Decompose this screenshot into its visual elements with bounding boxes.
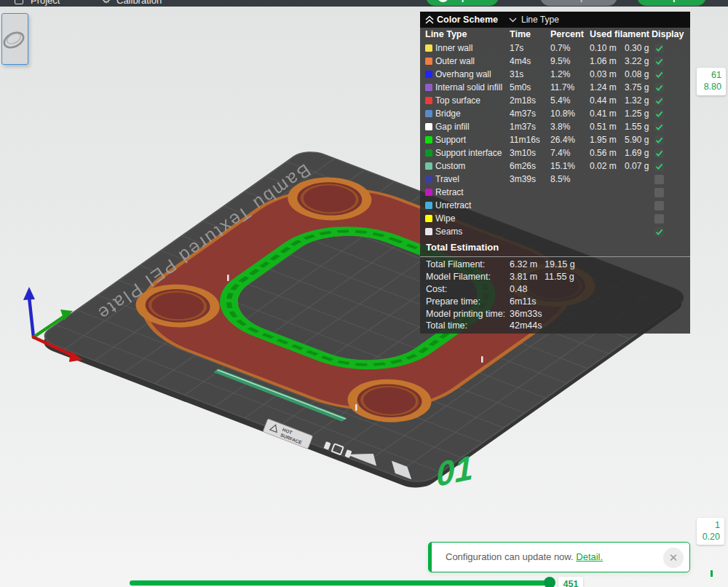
line-type-row: Unretract: [420, 200, 690, 213]
display-checkbox[interactable]: [654, 96, 664, 106]
check-icon: [655, 71, 663, 79]
layer-slider-bottom-handle[interactable]: 1 0.20: [697, 518, 724, 545]
detail-link[interactable]: Detail.: [576, 551, 603, 562]
display-checkbox[interactable]: [654, 227, 664, 237]
line-type-used-length: 0.10 m: [590, 43, 617, 53]
menu-calibration[interactable]: Calibration: [116, 0, 162, 6]
display-checkbox[interactable]: [654, 149, 664, 158]
total-estimation-table: Total Filament:6.32 m19.15 gModel Filame…: [420, 259, 690, 332]
layer-slider-track-end: [711, 570, 713, 577]
notification-accent-bar: [429, 543, 432, 572]
line-type-used-length: 0.51 m: [590, 122, 617, 132]
display-checkbox[interactable]: [654, 70, 664, 79]
collapse-panel-icon[interactable]: [424, 15, 435, 25]
total-estimation-row: Prepare time:6m11s: [420, 296, 690, 308]
total-estimation-row: Total time:42m44s: [420, 320, 690, 332]
panel-header: Color Scheme Line Type: [420, 12, 690, 28]
layer-height: 8.80: [701, 81, 721, 92]
line-type-percent: 9.5%: [550, 56, 570, 66]
line-type-label: Inner wall: [435, 43, 472, 53]
total-estimation-row: Model printing time:36m33s: [420, 308, 690, 320]
line-type-percent: 7.4%: [550, 148, 570, 158]
color-scheme-panel: Color Scheme Line Type Line Type Time Pe…: [420, 12, 690, 334]
check-icon: [655, 123, 663, 131]
layer-height: 0.20: [701, 531, 720, 543]
line-type-label: Custom: [435, 161, 465, 171]
line-type-row: Support11m16s26.4%1.95 m5.90 g: [420, 134, 690, 147]
check-icon: [655, 228, 663, 236]
layer-number: 1: [701, 519, 720, 531]
line-type-used-weight: 3.75 g: [625, 82, 649, 92]
line-type-percent: 10.8%: [550, 109, 575, 119]
table-column-headers: Line Type Time Percent Used filament Dis…: [420, 28, 690, 42]
estimation-label: Prepare time:: [426, 296, 480, 307]
estimation-value-2: 11.55 g: [545, 272, 574, 282]
line-type-percent: 26.4%: [550, 135, 575, 145]
line-type-label: Seams: [435, 226, 462, 237]
top-toolbar: Project ⚙ Calibration Upload Slice plate…: [0, 0, 728, 7]
estimation-value-1: 36m33s: [510, 309, 542, 319]
display-checkbox[interactable]: [654, 83, 664, 92]
color-scheme-dropdown[interactable]: Line Type: [502, 13, 646, 26]
line-type-label: Gap infill: [435, 122, 470, 132]
layer-number: 61: [701, 69, 721, 81]
check-icon: [655, 58, 663, 66]
line-type-label: Travel: [435, 174, 459, 184]
estimation-value-1: 0.48: [510, 284, 527, 294]
estimation-value-1: 6m11s: [510, 296, 537, 307]
line-type-row: Retract: [420, 186, 690, 200]
display-checkbox[interactable]: [654, 188, 664, 197]
line-type-table: Inner wall17s0.7%0.10 m0.30 gOuter wall4…: [420, 42, 690, 239]
line-type-row: Outer wall4m4s9.5%1.06 m3.22 g: [420, 55, 690, 68]
line-type-label: Internal solid infill: [435, 82, 502, 92]
display-checkbox[interactable]: [654, 44, 664, 53]
line-type-percent: 3.8%: [550, 122, 570, 132]
dropdown-selected-value: Line Type: [521, 15, 559, 25]
line-type-color-swatch: [425, 149, 432, 157]
print-plate-button[interactable]: Print plate: [637, 0, 706, 6]
line-type-used-length: 0.02 m: [590, 161, 617, 171]
line-type-time: 3m10s: [510, 148, 536, 158]
upload-button[interactable]: Upload: [426, 0, 499, 6]
upload-icon: [438, 0, 448, 2]
display-checkbox[interactable]: [654, 57, 664, 66]
close-icon[interactable]: ✕: [663, 548, 684, 568]
move-slider-value: 451: [558, 577, 583, 587]
display-checkbox[interactable]: [654, 109, 664, 119]
line-type-percent: 0.7%: [550, 43, 570, 53]
move-slider-handle[interactable]: [544, 577, 555, 587]
update-notification: Configuration can update now. Detail. ✕: [428, 542, 690, 572]
total-estimation-row: Model Filament:3.81 m11.55 g: [420, 271, 690, 283]
line-type-color-swatch: [425, 215, 432, 222]
project-icon: [15, 0, 23, 4]
display-checkbox[interactable]: [654, 214, 664, 224]
line-type-percent: 5.4%: [550, 95, 570, 106]
estimation-label: Cost:: [426, 284, 447, 294]
line-type-color-swatch: [425, 44, 432, 52]
line-type-time: 5m0s: [510, 82, 531, 92]
line-type-label: Bridge: [435, 109, 461, 119]
layer-slider-top-handle[interactable]: 61 8.80: [697, 68, 726, 95]
display-checkbox[interactable]: [654, 122, 664, 132]
line-type-percent: 11.7%: [550, 82, 574, 92]
line-type-used-length: 1.24 m: [590, 82, 617, 92]
line-type-used-weight: 1.55 g: [625, 122, 649, 132]
line-type-color-swatch: [425, 228, 432, 235]
menu-project[interactable]: Project: [31, 0, 60, 6]
slice-plate-button[interactable]: Slice plate: [540, 0, 617, 6]
display-checkbox[interactable]: [654, 175, 664, 184]
line-type-used-length: 1.95 m: [590, 135, 617, 145]
check-icon: [655, 149, 663, 157]
line-type-row: Gap infill1m37s3.8%0.51 m1.55 g: [420, 121, 690, 134]
line-type-color-swatch: [425, 110, 432, 117]
move-slider-track[interactable]: [130, 580, 552, 586]
display-checkbox[interactable]: [654, 135, 664, 145]
check-icon: [655, 110, 663, 118]
line-type-label: Retract: [435, 187, 464, 197]
estimation-value-2: 19.15 g: [545, 259, 575, 269]
plate-thumbnail[interactable]: [1, 13, 28, 65]
line-type-time: 6m26s: [510, 161, 536, 171]
display-checkbox[interactable]: [654, 201, 664, 210]
line-type-color-swatch: [425, 84, 432, 91]
display-checkbox[interactable]: [654, 162, 664, 171]
